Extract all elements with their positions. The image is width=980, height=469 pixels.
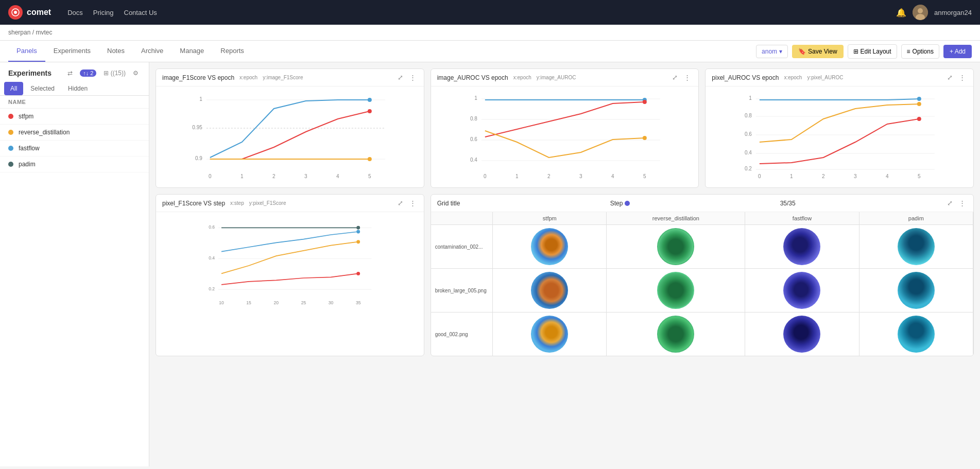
- grid-cell-stfpm-good[interactable]: [493, 312, 607, 356]
- grid-cell-padim-good[interactable]: [859, 312, 973, 356]
- experiment-item-fastflow[interactable]: fastflow: [0, 141, 149, 157]
- grid-cell-fastflow-broken[interactable]: [745, 269, 859, 312]
- chart3-menu-button[interactable]: ⋮: [957, 73, 967, 82]
- nav-pricing[interactable]: Pricing: [93, 9, 114, 16]
- grid-cell-revdist-broken[interactable]: [607, 269, 745, 312]
- grid-menu-button[interactable]: ⋮: [957, 199, 967, 207]
- breadcrumb: sherpan / mvtec: [0, 25, 980, 41]
- sidebar: Experiments ⇄ ↑↓ 2 ⊞ ((15)) ⚙ All Select…: [0, 62, 149, 466]
- svg-text:0: 0: [209, 173, 212, 179]
- svg-point-17: [368, 98, 372, 102]
- svg-text:0.4: 0.4: [209, 255, 215, 260]
- svg-text:1: 1: [515, 173, 519, 179]
- chart4-menu-button[interactable]: ⋮: [408, 199, 418, 207]
- grid-cell-padim-cont[interactable]: [859, 225, 973, 269]
- chart4-y-label: y:pixel_F1Score: [249, 200, 286, 206]
- svg-text:2: 2: [272, 173, 276, 179]
- chart4-expand-button[interactable]: ⤢: [396, 199, 405, 207]
- chart2-title: image_AUROC VS epoch: [437, 74, 508, 81]
- grid-view-button[interactable]: ⊞ ((15)): [101, 68, 128, 78]
- chart1-body: 1 0.95 0.9 0 1 2 3 4 5: [156, 86, 424, 187]
- filter-badge-button[interactable]: ↑↓ 2: [78, 68, 98, 78]
- grid-image-stfpm-cont: [531, 228, 568, 265]
- filter-icon: ⇄: [67, 70, 73, 77]
- chart1-svg: 1 0.95 0.9 0 1 2 3 4 5: [160, 91, 420, 183]
- settings-icon-button[interactable]: ⚙: [131, 68, 141, 78]
- chart3-y-label: y:pixel_AUROC: [807, 75, 843, 80]
- tab-experiments[interactable]: Experiments: [45, 41, 99, 62]
- svg-point-3: [918, 8, 923, 13]
- svg-text:10: 10: [219, 300, 224, 305]
- chart1-title: image_F1Score VS epoch: [162, 74, 234, 81]
- svg-text:4: 4: [886, 173, 889, 179]
- svg-text:0.95: 0.95: [192, 125, 202, 130]
- grid-cell-fastflow-good[interactable]: [745, 312, 859, 356]
- svg-point-19: [368, 157, 372, 161]
- experiment-item-padim[interactable]: padim: [0, 157, 149, 172]
- chart3-header: pixel_AUROC VS epoch x:epoch y:pixel_AUR…: [706, 69, 973, 86]
- chart2-expand-button[interactable]: ⤢: [670, 73, 679, 82]
- tab-manage[interactable]: Manage: [171, 41, 212, 62]
- grid-cell-stfpm-cont[interactable]: [493, 225, 607, 269]
- svg-point-1: [14, 11, 17, 14]
- grid-cell-fastflow-cont[interactable]: [745, 225, 859, 269]
- add-button[interactable]: + Add: [943, 45, 972, 58]
- toolbar-actions: anom ▾ 🔖 Save View ⊞ Edit Layout ≡ Optio…: [756, 44, 972, 59]
- grid-cell-padim-broken[interactable]: [859, 269, 973, 312]
- grid-image-revdist-broken: [657, 272, 694, 309]
- grid-expand-button[interactable]: ⤢: [945, 199, 954, 207]
- user-dropdown[interactable]: anom ▾: [756, 45, 788, 58]
- grid-title: Grid title: [437, 200, 460, 207]
- nav-links: Docs Pricing Contact Us: [67, 9, 157, 16]
- experiment-item-revdist[interactable]: reverse_distillation: [0, 125, 149, 141]
- chart-image-f1score: image_F1Score VS epoch x:epoch y:image_F…: [156, 68, 424, 188]
- svg-text:1: 1: [474, 95, 477, 101]
- svg-text:3: 3: [304, 173, 307, 179]
- sidebar-tab-all[interactable]: All: [4, 82, 23, 95]
- svg-text:5: 5: [643, 173, 646, 179]
- options-button[interactable]: ≡ Options: [901, 44, 939, 59]
- svg-text:3: 3: [854, 173, 857, 179]
- grid-image-padim-good: [898, 316, 935, 353]
- chart2-body: 1 0.8 0.6 0.4 0 1 2 3 4 5: [431, 86, 699, 187]
- logo-link[interactable]: comet: [8, 5, 51, 20]
- chart1-menu-button[interactable]: ⋮: [408, 73, 418, 82]
- svg-text:35: 35: [356, 300, 361, 305]
- gear-icon: ⚙: [133, 70, 139, 77]
- grid-cell-revdist-good[interactable]: [607, 312, 745, 356]
- chart2-menu-button[interactable]: ⋮: [682, 73, 692, 82]
- grid-col-stfpm: stfpm: [493, 212, 607, 225]
- nav-docs[interactable]: Docs: [67, 9, 83, 16]
- sidebar-tab-hidden[interactable]: Hidden: [62, 82, 94, 95]
- grid-cell-stfpm-broken[interactable]: [493, 269, 607, 312]
- svg-text:1: 1: [749, 95, 752, 101]
- chart1-expand-button[interactable]: ⤢: [396, 73, 405, 82]
- tab-reports[interactable]: Reports: [212, 41, 252, 62]
- filter-button[interactable]: ⇄: [65, 68, 75, 78]
- avatar: [913, 5, 928, 20]
- sidebar-header: Experiments ⇄ ↑↓ 2 ⊞ ((15)) ⚙: [0, 62, 149, 82]
- notification-icon[interactable]: 🔔: [896, 8, 906, 18]
- nav-contact[interactable]: Contact Us: [124, 9, 157, 16]
- chevron-down-icon: ▾: [779, 48, 782, 55]
- grid-row-label-0: contamination_002...: [431, 225, 493, 269]
- grid-cell-revdist-cont[interactable]: [607, 225, 745, 269]
- grid-row-contamination: contamination_002...: [431, 225, 973, 269]
- chart-pixel-auroc: pixel_AUROC VS epoch x:epoch y:pixel_AUR…: [705, 68, 974, 188]
- grid-image-fastflow-cont: [783, 228, 820, 265]
- svg-text:4: 4: [336, 173, 339, 179]
- sidebar-tab-selected[interactable]: Selected: [24, 82, 61, 95]
- experiment-item-stfpm[interactable]: stfpm: [0, 109, 149, 125]
- tab-notes[interactable]: Notes: [99, 41, 133, 62]
- tab-archive[interactable]: Archive: [133, 41, 171, 62]
- edit-layout-button[interactable]: ⊞ Edit Layout: [848, 44, 897, 59]
- svg-text:0.8: 0.8: [470, 116, 477, 121]
- save-view-button[interactable]: 🔖 Save View: [792, 45, 843, 58]
- breadcrumb-workspace[interactable]: sherpan: [8, 29, 30, 36]
- chart3-expand-button[interactable]: ⤢: [945, 73, 954, 82]
- chart2-svg: 1 0.8 0.6 0.4 0 1 2 3 4 5: [435, 91, 695, 183]
- grid-header-right: ⤢ ⋮: [945, 199, 967, 207]
- layout-icon: ⊞: [853, 48, 858, 55]
- tab-panels[interactable]: Panels: [8, 41, 45, 62]
- top-navigation: comet Docs Pricing Contact Us 🔔 anmorgan…: [0, 0, 980, 25]
